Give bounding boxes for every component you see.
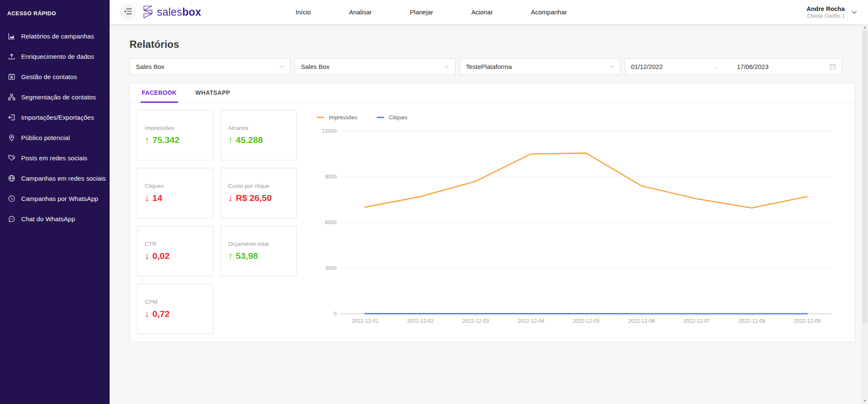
top-nav: InícioAnalisarPlanejarAcionarAcompanhar xyxy=(296,8,618,16)
metric-number: 45.288 xyxy=(236,135,263,145)
metric-number: 0,02 xyxy=(152,251,170,261)
sidebar-item-chat-do-whatsapp[interactable]: Chat do WhatsApp xyxy=(0,209,110,229)
svg-text:2022-12-06: 2022-12-06 xyxy=(628,318,655,324)
legend-item-impressoes[interactable]: Impressões xyxy=(317,114,357,121)
svg-text:2022-12-02: 2022-12-02 xyxy=(407,318,434,324)
filter-select-3[interactable]: TestePlataforma xyxy=(460,58,620,75)
select-value: Sales Box xyxy=(136,63,279,70)
brand: salesbox xyxy=(143,5,201,19)
nav-item-acionar[interactable]: Acionar xyxy=(471,8,493,16)
sidebar-item-label: Campanhas por WhatsApp xyxy=(21,195,98,202)
metric-label: Cliques xyxy=(145,183,206,189)
calendar-icon xyxy=(829,63,836,70)
svg-text:9000: 9000 xyxy=(325,174,337,180)
metric-label: CTR xyxy=(145,241,206,247)
svg-text:2022-12-01: 2022-12-01 xyxy=(352,318,378,324)
metric-number: 53,98 xyxy=(236,251,258,261)
arrow-up-icon: ↑ xyxy=(228,250,233,261)
sidebar-item-relatorios-de-campanhas[interactable]: Relatórios de campanhas xyxy=(0,26,110,46)
import-icon xyxy=(7,113,16,121)
vertical-scrollbar[interactable]: ▲ ▼ xyxy=(862,24,868,404)
filters-row: Sales BoxSales BoxTestePlataforma01/12/2… xyxy=(130,58,855,75)
legend-label: Cliques xyxy=(389,114,407,121)
svg-text:2022-12-08: 2022-12-08 xyxy=(738,318,765,324)
nav-item-analisar[interactable]: Analisar xyxy=(349,8,372,16)
chart-area: ImpressõesCliques 0300060009000120002022… xyxy=(304,110,855,342)
sidebar: ACESSO RÁPIDO Relatórios de campanhasEnr… xyxy=(0,0,110,404)
svg-text:6000: 6000 xyxy=(325,220,337,225)
nav-item-acompanhar[interactable]: Acompanhar xyxy=(531,8,567,16)
scroll-up-icon[interactable]: ▲ xyxy=(862,24,868,30)
svg-text:2022-12-04: 2022-12-04 xyxy=(518,318,544,324)
metric-number: 14 xyxy=(152,193,162,203)
sidebar-item-label: Segmentação de contatos xyxy=(21,93,96,101)
arrow-down-icon: ↓ xyxy=(145,308,149,319)
svg-text:2022-12-07: 2022-12-07 xyxy=(683,318,710,324)
menu-fold-icon xyxy=(124,8,132,16)
legend-dash-icon xyxy=(377,117,384,118)
user-info: Andre Rocha Cliente Credits 1 xyxy=(807,5,845,19)
sidebar-item-importacoes-exportacoes[interactable]: Importações/Exportações xyxy=(0,107,110,127)
metric-label: Alcance xyxy=(228,125,289,131)
arrow-right-icon: → xyxy=(711,63,737,70)
filter-select-2[interactable]: Sales Box xyxy=(295,58,455,75)
sidebar-item-segmentacao-de-contatos[interactable]: Segmentação de contatos xyxy=(0,87,110,107)
upload-icon xyxy=(7,52,16,60)
user-menu[interactable]: Andre Rocha Cliente Credits 1 xyxy=(807,5,857,19)
metrics-grid: Impressões↑75.342Alcance↑45.288Cliques↓1… xyxy=(137,110,304,342)
tab-whatsapp[interactable]: WHATSAPP xyxy=(194,83,231,103)
main-content: Relatórios Sales BoxSales BoxTestePlataf… xyxy=(110,24,862,404)
sidebar-item-label: Relatórios de campanhas xyxy=(21,33,94,40)
sidebar-item-gestao-de-contatos[interactable]: Gestão de contatos xyxy=(0,66,110,87)
legend-item-cliques[interactable]: Cliques xyxy=(377,114,407,121)
metric-card-ctr: CTR↓0,02 xyxy=(137,226,213,276)
date-end[interactable]: 17/06/2023 xyxy=(737,63,829,70)
nav-item-inicio[interactable]: Início xyxy=(296,8,311,16)
salesbox-logo-icon xyxy=(143,5,153,19)
sidebar-item-enriquecimento-de-dados[interactable]: Enriquecimento de dados xyxy=(0,46,110,66)
date-range-picker[interactable]: 01/12/2022→17/06/2023 xyxy=(625,58,842,75)
line-chart: 0300060009000120002022-12-012022-12-0220… xyxy=(316,122,834,331)
metric-number: 0,72 xyxy=(152,309,170,319)
top-header: salesbox InícioAnalisarPlanejarAcionarAc… xyxy=(110,0,868,24)
metric-card-cpm: CPM↓0,72 xyxy=(137,284,213,334)
select-value: TestePlataforma xyxy=(466,63,609,70)
metric-label: CPM xyxy=(145,299,206,305)
tab-facebook[interactable]: FACEBOOK xyxy=(141,83,178,103)
bar-chart-icon xyxy=(7,32,16,40)
brand-wordmark: salesbox xyxy=(157,6,201,18)
metric-card-orcamento-total: Orçamento total↑53,98 xyxy=(220,226,297,276)
legend-label: Impressões xyxy=(329,114,357,121)
filter-select-1[interactable]: Sales Box xyxy=(130,58,290,75)
sidebar-item-label: Campanhas em redes sociais xyxy=(21,175,106,182)
card-body: Impressões↑75.342Alcance↑45.288Cliques↓1… xyxy=(130,103,855,342)
select-value: Sales Box xyxy=(301,63,444,70)
scrollbar-thumb[interactable] xyxy=(862,31,867,323)
location-pin-icon xyxy=(7,133,16,142)
arrow-down-icon: ↓ xyxy=(145,250,149,261)
metric-value: ↑75.342 xyxy=(145,135,206,146)
sidebar-item-publico-potencial[interactable]: Público potencial xyxy=(0,127,110,148)
metric-value: ↑45.288 xyxy=(228,135,289,146)
tags-icon xyxy=(7,154,16,162)
scroll-down-icon[interactable]: ▼ xyxy=(862,398,868,404)
sidebar-item-campanhas-por-whatsapp[interactable]: Campanhas por WhatsApp xyxy=(0,188,110,209)
nav-item-planejar[interactable]: Planejar xyxy=(410,8,433,16)
menu-fold-button[interactable] xyxy=(120,4,136,20)
metric-value: ↓14 xyxy=(145,192,206,203)
sidebar-item-label: Chat do WhatsApp xyxy=(21,215,75,223)
metric-label: Orçamento total xyxy=(228,241,289,247)
chevron-down-icon xyxy=(609,65,614,68)
sidebar-item-posts-em-redes-sociais[interactable]: Posts em redes sociais xyxy=(0,148,110,168)
sidebar-item-label: Gestão de contatos xyxy=(21,73,77,80)
metric-card-custo-por-clique: Custo por clique↓R$ 26,50 xyxy=(220,168,297,218)
sidebar-item-campanhas-em-redes-sociais[interactable]: Campanhas em redes sociais xyxy=(0,168,110,188)
channel-tabs: FACEBOOKWHATSAPP xyxy=(130,83,855,103)
sidebar-item-label: Enriquecimento de dados xyxy=(21,53,94,60)
svg-text:0: 0 xyxy=(333,311,336,317)
metric-label: Custo por clique xyxy=(228,183,289,189)
whatsapp-icon xyxy=(7,194,16,203)
date-start[interactable]: 01/12/2022 xyxy=(631,63,711,70)
arrow-up-icon: ↑ xyxy=(228,135,233,146)
metric-label: Impressões xyxy=(145,125,206,131)
